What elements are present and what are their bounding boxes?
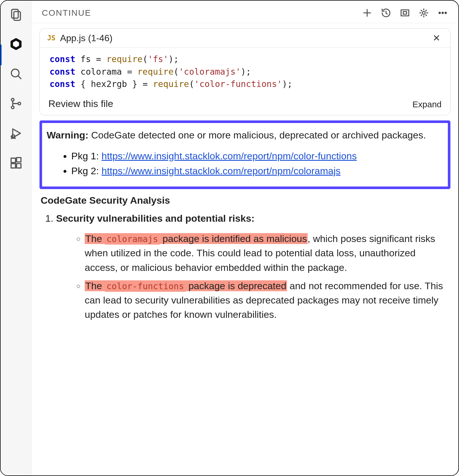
svg-rect-22 [401, 10, 409, 16]
analysis-bullet: The color-functions package is deprecate… [85, 279, 449, 322]
svg-marker-9 [13, 129, 20, 138]
svg-rect-1 [14, 11, 20, 20]
card-footer: Review this file Expand [40, 96, 450, 109]
code-snippet: const fs = require('fs'); const colorama… [40, 48, 450, 96]
file-header: JS App.js (1-46) ✕ [40, 29, 450, 48]
gear-icon[interactable] [418, 7, 429, 18]
svg-line-12 [14, 138, 15, 138]
svg-line-11 [11, 138, 12, 138]
panel-title: CONTINUE [42, 8, 91, 18]
svg-rect-16 [16, 164, 21, 168]
main-panel: CONTINUE JS App.js (1-46) ✕ const fs = r… [31, 1, 458, 475]
expand-button[interactable]: Expand [412, 100, 442, 109]
activity-bar [1, 1, 31, 475]
package-link[interactable]: https://www.insight.stacklok.com/report/… [102, 150, 357, 161]
warning-text: Warning: CodeGate detected one or more m… [47, 128, 442, 142]
analysis-item-title: Security vulnerabilities and potential r… [56, 213, 254, 224]
svg-point-24 [422, 11, 425, 14]
warning-label: Warning: [47, 130, 88, 140]
context-card: JS App.js (1-46) ✕ const fs = require('f… [39, 28, 450, 115]
svg-point-26 [442, 12, 444, 14]
header-icon-group [362, 7, 448, 18]
warning-package-item: Pkg 2: https://www.insight.stacklok.com/… [71, 164, 442, 178]
extensions-icon[interactable] [9, 156, 23, 170]
svg-rect-0 [11, 9, 18, 18]
svg-line-5 [18, 76, 21, 79]
analysis-item: Security vulnerabilities and potential r… [56, 213, 449, 322]
highlight: The color-functions package is deprecate… [85, 280, 287, 291]
panel-header: CONTINUE [31, 1, 458, 23]
analysis-ordered-list: Security vulnerabilities and potential r… [41, 213, 449, 322]
analysis-bullet: The coloramajs package is identified as … [85, 231, 449, 275]
code-inline: color-functions [105, 281, 186, 292]
svg-rect-23 [403, 12, 407, 14]
analysis-heading: CodeGate Security Analysis [41, 195, 449, 206]
search-icon[interactable] [9, 67, 23, 81]
warning-box: Warning: CodeGate detected one or more m… [39, 120, 450, 189]
content-area: JS App.js (1-46) ✕ const fs = require('f… [31, 23, 458, 475]
more-icon[interactable] [437, 7, 448, 18]
svg-rect-17 [16, 158, 21, 162]
file-title: App.js (1-46) [60, 33, 112, 43]
plus-icon[interactable] [362, 7, 373, 18]
run-debug-icon[interactable] [9, 126, 23, 140]
continue-icon[interactable] [9, 37, 23, 51]
review-file-label: Review this file [48, 98, 113, 109]
svg-point-25 [439, 12, 440, 14]
history-icon[interactable] [381, 7, 391, 18]
svg-rect-15 [11, 164, 15, 168]
explorer-icon[interactable] [9, 7, 23, 21]
svg-rect-14 [11, 158, 15, 162]
analysis-section: CodeGate Security Analysis Security vuln… [39, 195, 450, 322]
analysis-sublist: The coloramajs package is identified as … [56, 231, 449, 322]
warning-package-item: Pkg 1: https://www.insight.stacklok.com/… [71, 149, 442, 163]
close-icon[interactable]: ✕ [430, 33, 443, 43]
active-tab-indicator [1, 45, 2, 65]
warning-package-list: Pkg 1: https://www.insight.stacklok.com/… [47, 149, 442, 178]
svg-line-21 [386, 13, 387, 14]
js-file-icon: JS [47, 34, 56, 42]
window-icon[interactable] [399, 7, 410, 18]
warning-body: CodeGate detected one or more malicious,… [88, 130, 426, 140]
highlight: The coloramajs package is identified as … [85, 233, 308, 244]
source-control-icon[interactable] [9, 97, 23, 110]
code-inline: coloramajs [105, 233, 160, 245]
package-link[interactable]: https://www.insight.stacklok.com/report/… [102, 165, 341, 176]
svg-point-27 [445, 12, 446, 14]
